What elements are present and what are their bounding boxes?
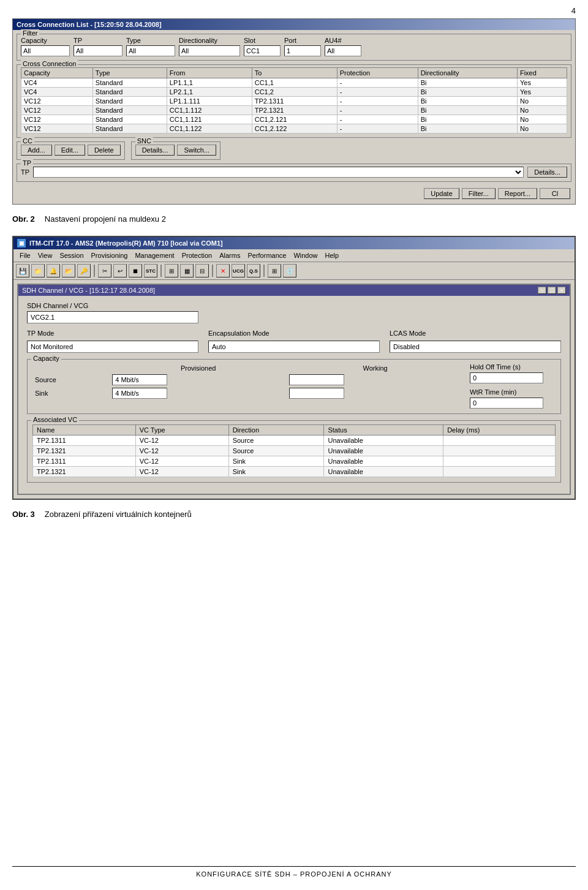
filter-button[interactable]: Filter...: [462, 188, 496, 199]
footer-text: KONFIGURACE SÍTĚ SDH – PROPOJENÍ A OCHRA…: [196, 870, 392, 878]
table-row[interactable]: TP2.1321VC-12SinkUnavailable: [33, 467, 556, 477]
menu-session[interactable]: Session: [56, 251, 87, 260]
cc-col-fixed: Fixed: [517, 68, 567, 78]
table-row[interactable]: TP2.1321VC-12SourceUnavailable: [33, 446, 556, 456]
toolbar-btn-5[interactable]: 🔑: [77, 264, 91, 277]
tp-select[interactable]: [33, 167, 524, 178]
toolbar-btn-7[interactable]: ↩: [113, 264, 127, 277]
hold-off-label: Hold Off Time (s): [470, 363, 556, 371]
bottom-bar: Update Filter... Report... Cl: [17, 186, 571, 200]
cap-th-empty: [32, 363, 110, 373]
page-number: 4: [571, 6, 576, 15]
report-button[interactable]: Report...: [498, 188, 537, 199]
capacity-left: Provisioned Working Source: [32, 363, 464, 409]
menu-alarms[interactable]: Alarms: [216, 251, 244, 260]
capacity-group: Capacity Provisioned Working: [27, 359, 561, 414]
update-button[interactable]: Update: [424, 188, 459, 199]
minimize-button[interactable]: −: [538, 287, 546, 294]
toolbar-btn-10[interactable]: ⊞: [165, 264, 178, 277]
menu-help[interactable]: Help: [322, 251, 343, 260]
tp-select-label: TP: [21, 168, 29, 176]
table-row[interactable]: TP2.1311VC-12SinkUnavailable: [33, 456, 556, 467]
cap-source-working-input[interactable]: [289, 374, 344, 385]
wtr-input[interactable]: [470, 398, 543, 409]
tp-details-button[interactable]: Details...: [527, 167, 567, 178]
toolbar-btn-2[interactable]: 📁: [31, 264, 45, 277]
table-row[interactable]: VC12StandardCC1,1.122CC1,2.122-BiNo: [21, 124, 567, 134]
toolbar-sep-1: [94, 265, 95, 277]
table-row[interactable]: TP2.1311VC-12SourceUnavailable: [33, 436, 556, 446]
menu-view[interactable]: View: [34, 251, 56, 260]
table-row[interactable]: VC12StandardCC1,1.121CC1,2.121-BiNo: [21, 115, 567, 124]
toolbar-btn-11[interactable]: ▦: [180, 264, 194, 277]
switch-button[interactable]: Switch...: [177, 145, 216, 156]
filter-slot-label: Slot: [244, 37, 281, 44]
filter-port-input[interactable]: [284, 45, 321, 56]
cc-table: Capacity Type From To Protection Directi…: [21, 67, 567, 134]
filter-type-input[interactable]: [126, 45, 175, 56]
figure1-window: Cross Connection List - [15:20:50 28.04.…: [12, 18, 576, 205]
cc-btn-group-label: CC: [21, 137, 34, 145]
encap-mode-label: Encapsulation Mode: [208, 330, 380, 337]
add-button[interactable]: Add...: [21, 145, 52, 156]
menu-bar: File View Session Provisioning Managemen…: [13, 249, 575, 262]
inner-title-buttons: − □ ×: [538, 287, 566, 294]
delete-button[interactable]: Delete: [88, 145, 121, 156]
toolbar: 💾 📁 🔔 📂 🔑 ✂ ↩ ⏹ STC ⊞ ▦ ⊟ ✕ UCG Q.S ⊞ 💿: [13, 262, 575, 280]
toolbar-btn-3[interactable]: 🔔: [47, 264, 60, 277]
cc-col-protection: Protection: [337, 68, 418, 78]
menu-performance[interactable]: Performance: [244, 251, 290, 260]
filter-slot-input[interactable]: [244, 45, 281, 56]
snc-btn-group: SNC Details... Switch...: [131, 141, 221, 160]
cap-source-provisioned-input[interactable]: [112, 374, 167, 385]
table-row[interactable]: VC12StandardLP1.1.111TP2.1311-BiNo: [21, 97, 567, 106]
toolbar-btn-8[interactable]: ⏹: [129, 264, 142, 277]
toolbar-btn-12[interactable]: ⊟: [195, 264, 209, 277]
filter-capacity-input[interactable]: [21, 45, 70, 56]
cap-sink-working: [287, 387, 464, 400]
toolbar-btn-ucg[interactable]: UCG: [232, 264, 245, 277]
toolbar-btn-9[interactable]: STC: [144, 264, 157, 277]
table-row[interactable]: VC4StandardLP2.1,1CC1,2-BiYes: [21, 88, 567, 97]
table-row[interactable]: VC12StandardCC1,1.112TP2.1321-BiNo: [21, 106, 567, 115]
sdh-channel-label: SDH Channel / VCG: [27, 302, 561, 309]
cap-sink-working-input[interactable]: [289, 388, 344, 399]
cc-group: Cross Connection Capacity Type From To P…: [17, 64, 571, 138]
mode-row: TP Mode Not Monitored Encapsulation Mode…: [27, 330, 561, 353]
toolbar-btn-1[interactable]: 💾: [16, 264, 29, 277]
sdh-channel-section: SDH Channel / VCG VCG2.1: [27, 302, 561, 323]
inner-title: SDH Channel / VCG - [15:12:17 28.04.2008…: [22, 287, 155, 294]
menu-file[interactable]: File: [16, 251, 34, 260]
filter-type-col: Type: [126, 37, 175, 56]
filter-tp-label: TP: [74, 37, 123, 44]
menu-management[interactable]: Management: [131, 251, 178, 260]
filter-group: Filter Capacity TP Type Dir: [17, 34, 571, 61]
close-x-button[interactable]: ×: [557, 287, 566, 294]
edit-button[interactable]: Edit...: [55, 145, 85, 156]
toolbar-btn-6[interactable]: ✂: [98, 264, 111, 277]
cap-source-label: Source: [32, 373, 110, 387]
maximize-button[interactable]: □: [548, 287, 556, 294]
filter-tp-input[interactable]: [74, 45, 123, 56]
hold-off-input[interactable]: [470, 372, 543, 383]
menu-window[interactable]: Window: [290, 251, 321, 260]
toolbar-btn-grid[interactable]: ⊞: [268, 264, 281, 277]
cap-sink-provisioned-input[interactable]: [112, 388, 167, 399]
assoc-th-direction: Direction: [228, 425, 324, 436]
filter-dir-input[interactable]: [179, 45, 240, 56]
toolbar-btn-x[interactable]: ✕: [216, 264, 230, 277]
toolbar-btn-qs[interactable]: Q.S: [247, 264, 260, 277]
menu-provisioning[interactable]: Provisioning: [88, 251, 132, 260]
wtr-label: WtR Time (min): [470, 388, 556, 396]
table-row[interactable]: VC4StandardLP1.1,1CC1,1-BiYes: [21, 78, 567, 88]
caption2-text: Zobrazení přiřazení virtuálních kontejne…: [45, 510, 192, 519]
snc-btn-group-label: SNC: [135, 137, 153, 145]
menu-protection[interactable]: Protection: [178, 251, 216, 260]
toolbar-btn-disk2[interactable]: 💿: [283, 264, 296, 277]
close-button[interactable]: Cl: [540, 188, 570, 199]
details-button[interactable]: Details...: [135, 145, 175, 156]
app-title: ITM-CIT 17.0 - AMS2 (Metropolis(R) AM) 7…: [29, 239, 223, 247]
lcas-mode-label: LCAS Mode: [390, 330, 561, 337]
toolbar-btn-4[interactable]: 📂: [62, 264, 75, 277]
filter-au4-input[interactable]: [325, 45, 361, 56]
